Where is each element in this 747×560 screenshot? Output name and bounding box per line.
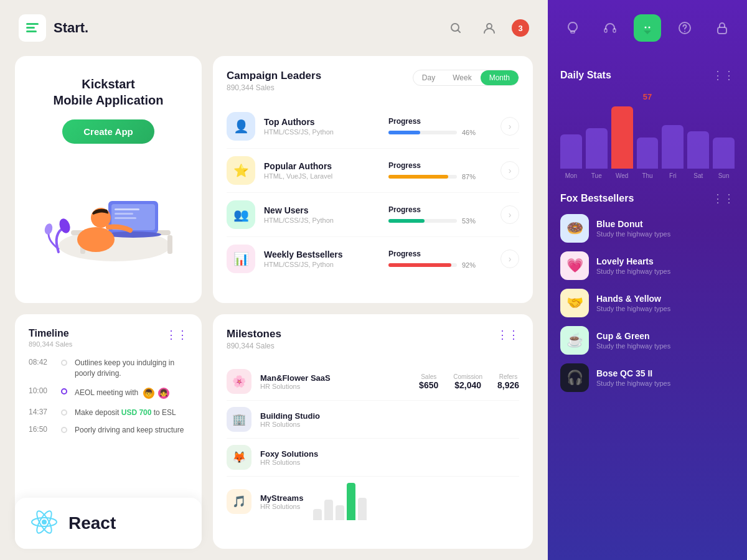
daily-stats-header: Daily Stats ⋮⋮ <box>560 68 735 82</box>
progress-section: Progress 53% <box>388 205 494 225</box>
bestseller-image: ☕ <box>560 326 589 355</box>
main-area: Start. 3 Kickstart Mobile A <box>0 0 548 560</box>
timeline-item: 16:50 Poorly driving and keep structure <box>29 425 188 436</box>
progress-fill <box>388 131 420 134</box>
progress-bar <box>388 219 457 223</box>
bestseller-subtitle: Study the highway types <box>596 230 670 238</box>
campaign-chevron[interactable]: › <box>500 117 519 136</box>
progress-label: Progress <box>388 250 421 258</box>
timeline-item: 10:00 AEOL meeting with 👦 👧 <box>29 386 188 400</box>
bestseller-name: Blue Donut <box>596 219 670 229</box>
chart-peak-value: 57 <box>643 92 652 101</box>
header-right: 3 <box>444 17 529 39</box>
campaign-subtitle: 890,344 Sales <box>227 83 321 92</box>
logo-text: Start. <box>54 20 88 36</box>
milestone-sub: HR Solutions <box>260 503 303 510</box>
timeline-time: 10:00 <box>29 386 54 400</box>
progress-pct: 53% <box>462 217 481 225</box>
bestseller-item: 🎧 Bose QC 35 II Study the highway types <box>560 363 735 392</box>
milestone-icon: 🌸 <box>227 369 251 394</box>
timeline-dot <box>61 409 67 416</box>
bestsellers-menu[interactable]: ⋮⋮ <box>712 192 735 205</box>
timeline-subtitle: 890,344 Sales <box>29 340 188 348</box>
create-app-button[interactable]: Create App <box>62 119 154 144</box>
campaign-tech: HTML/CSS/JS, Python <box>264 128 388 136</box>
timeline-item: 14:37 Make deposit USD 700 to ESL <box>29 408 188 418</box>
campaign-chevron[interactable]: › <box>500 205 519 224</box>
progress-bar-wrap: 53% <box>388 217 481 225</box>
svg-point-20 <box>42 520 47 525</box>
campaign-name: Top Authors <box>264 117 388 127</box>
campaign-name: New Users <box>264 205 388 215</box>
svg-point-32 <box>684 31 685 32</box>
timeline-content: Poorly driving and keep structure <box>75 425 184 436</box>
bestsellers-title: Fox Bestsellers <box>560 193 634 204</box>
toggle-month[interactable]: Month <box>481 70 519 85</box>
progress-pct: 87% <box>462 173 481 180</box>
svg-point-5 <box>487 24 492 29</box>
nav-icon-question[interactable] <box>671 14 698 42</box>
milestones-card: Milestones 890,344 Sales ⋮⋮ 🌸 Man&Flower… <box>213 314 533 549</box>
sidebar-top-nav <box>548 0 747 56</box>
progress-section: Progress 92% <box>388 250 494 269</box>
milestone-sub: HR Solutions <box>260 383 331 390</box>
milestones-subtitle: 890,344 Sales <box>227 342 281 350</box>
toggle-week[interactable]: Week <box>444 70 480 85</box>
campaign-icon: 👥 <box>227 200 255 229</box>
hero-illustration <box>34 152 183 264</box>
campaign-chevron[interactable]: › <box>500 161 519 180</box>
bestseller-name: Hands & Yellow <box>596 294 670 304</box>
milestone-row: 🏢 Building Studio HR Solutions <box>227 401 519 439</box>
campaign-tech: HTML/CSS/JS, Python <box>264 261 388 268</box>
svg-rect-0 <box>26 23 39 25</box>
svg-rect-13 <box>115 213 133 215</box>
milestone-info: Foxy Solutions HR Solutions <box>260 449 318 466</box>
campaign-info: New Users HTML/CSS/JS, Python <box>264 205 388 224</box>
toggle-day[interactable]: Day <box>413 70 444 85</box>
milestone-icon: 🎵 <box>227 489 251 514</box>
timeline-content: Outlines keep you indulging in poorly dr… <box>75 358 188 379</box>
campaign-info: Popular Authors HTML, VueJS, Laravel <box>264 161 388 180</box>
svg-rect-33 <box>718 27 726 34</box>
right-sidebar: Daily Stats ⋮⋮ 57 MonTueWedThuFriSatSun … <box>548 0 747 560</box>
chart-day-label: Mon <box>560 172 582 179</box>
nav-icon-lock[interactable] <box>708 14 736 42</box>
milestone-row: 🌸 Man&Flower SaaS HR Solutions Sales $65… <box>227 363 519 401</box>
bestseller-info: Blue Donut Study the highway types <box>596 219 670 238</box>
milestone-info: Man&Flower SaaS HR Solutions <box>260 373 331 390</box>
notification-badge[interactable]: 3 <box>512 19 529 37</box>
bestseller-image: 🤝 <box>560 289 589 317</box>
campaign-name: Popular Authors <box>264 161 388 171</box>
nav-icon-bulb[interactable] <box>559 14 586 42</box>
chart-day-label: Tue <box>586 172 608 179</box>
milestone-sub: HR Solutions <box>260 421 320 428</box>
nav-icon-headphone[interactable] <box>596 14 624 42</box>
bestseller-subtitle: Study the highway types <box>596 342 670 350</box>
header: Start. 3 <box>0 0 548 56</box>
stat-sales: Sales $650 <box>419 373 438 390</box>
timeline-items: 08:42 Outlines keep you indulging in poo… <box>29 358 188 436</box>
chart-labels: MonTueWedThuFriSatSun <box>560 172 735 179</box>
user-icon[interactable] <box>478 17 500 39</box>
milestone-icon: 🏢 <box>227 407 251 432</box>
campaign-chevron[interactable]: › <box>500 250 519 268</box>
campaign-icon: 📊 <box>227 245 255 273</box>
bestseller-info: Hands & Yellow Study the highway types <box>596 294 670 312</box>
daily-stats-menu[interactable]: ⋮⋮ <box>712 68 735 82</box>
search-icon[interactable] <box>444 17 467 39</box>
progress-pct: 92% <box>462 261 481 269</box>
nav-icon-fox[interactable] <box>634 14 661 42</box>
timeline-content: Make deposit USD 700 to ESL <box>75 408 176 418</box>
progress-bar <box>388 175 457 179</box>
daily-bar <box>713 138 735 169</box>
timeline-menu[interactable]: ⋮⋮ <box>166 328 188 342</box>
kickstart-title: Kickstart Mobile Application <box>53 76 163 108</box>
milestones-menu[interactable]: ⋮⋮ <box>497 328 519 342</box>
svg-rect-14 <box>115 217 136 219</box>
chart-bar <box>313 509 322 520</box>
timeline-time: 14:37 <box>29 408 54 418</box>
campaign-tech: HTML, VueJS, Laravel <box>264 172 388 180</box>
svg-marker-27 <box>642 22 652 30</box>
timeline-card: ⋮⋮ Timeline 890,344 Sales 08:42 Outlines… <box>15 314 202 549</box>
campaign-info: Weekly Bestsellers HTML/CSS/JS, Python <box>264 250 388 268</box>
